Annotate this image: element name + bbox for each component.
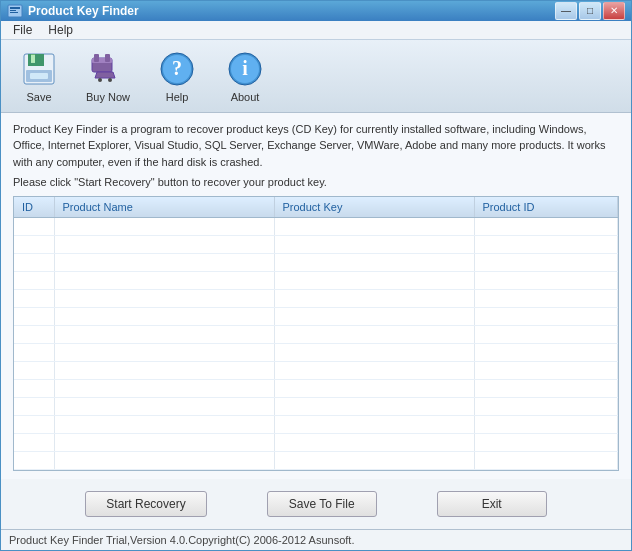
svg-rect-1: [10, 7, 20, 9]
minimize-button[interactable]: —: [555, 2, 577, 20]
svg-rect-15: [94, 54, 99, 62]
menu-bar: File Help: [1, 21, 631, 40]
table-row: [14, 452, 618, 470]
table-row: [14, 380, 618, 398]
col-header-id: ID: [14, 197, 54, 218]
results-table: ID Product Name Product Key Product ID: [14, 197, 618, 470]
svg-rect-9: [28, 54, 44, 66]
table-row: [14, 434, 618, 452]
table-row: [14, 362, 618, 380]
svg-text:i: i: [242, 57, 248, 79]
main-window: Product Key Finder — □ ✕ File Help: [0, 0, 632, 551]
help-icon: ?: [157, 49, 197, 89]
svg-rect-10: [31, 55, 35, 63]
buynow-label: Buy Now: [86, 91, 130, 103]
table-row: [14, 254, 618, 272]
svg-rect-3: [10, 12, 18, 13]
window-controls: — □ ✕: [555, 2, 625, 20]
table-row: [14, 290, 618, 308]
status-text: Product Key Finder Trial,Version 4.0.Cop…: [9, 534, 354, 546]
help-label: Help: [166, 91, 189, 103]
about-label: About: [231, 91, 260, 103]
exit-button[interactable]: Exit: [437, 491, 547, 517]
toolbar-buynow-button[interactable]: Buy Now: [77, 44, 139, 108]
instruction-text: Please click "Start Recovery" button to …: [13, 176, 619, 188]
svg-point-14: [108, 78, 112, 82]
toolbar-save-button[interactable]: Save: [9, 44, 69, 108]
toolbar-help-button[interactable]: ? Help: [147, 44, 207, 108]
save-label: Save: [26, 91, 51, 103]
col-header-pid: Product ID: [474, 197, 618, 218]
table-row: [14, 218, 618, 236]
description-text: Product Key Finder is a program to recov…: [13, 121, 619, 171]
footer: Start Recovery Save To File Exit: [1, 479, 631, 529]
toolbar-about-button[interactable]: i About: [215, 44, 275, 108]
title-bar: Product Key Finder — □ ✕: [1, 1, 631, 21]
title-icon: [7, 3, 23, 19]
col-header-name: Product Name: [54, 197, 274, 218]
table-row: [14, 308, 618, 326]
close-button[interactable]: ✕: [603, 2, 625, 20]
save-to-file-button[interactable]: Save To File: [267, 491, 377, 517]
svg-rect-8: [30, 73, 48, 79]
window-title: Product Key Finder: [28, 4, 555, 18]
table-row: [14, 326, 618, 344]
results-table-container: ID Product Name Product Key Product ID: [13, 196, 619, 471]
status-bar: Product Key Finder Trial,Version 4.0.Cop…: [1, 529, 631, 550]
svg-rect-2: [10, 10, 16, 11]
table-row: [14, 344, 618, 362]
content-area: Product Key Finder is a program to recov…: [1, 113, 631, 480]
svg-text:?: ?: [172, 57, 182, 79]
table-row: [14, 272, 618, 290]
table-row: [14, 416, 618, 434]
save-icon: [19, 49, 59, 89]
menu-file[interactable]: File: [5, 21, 40, 39]
buynow-icon: [88, 49, 128, 89]
table-row: [14, 236, 618, 254]
start-recovery-button[interactable]: Start Recovery: [85, 491, 206, 517]
col-header-key: Product Key: [274, 197, 474, 218]
maximize-button[interactable]: □: [579, 2, 601, 20]
svg-point-13: [98, 78, 102, 82]
table-row: [14, 398, 618, 416]
menu-help[interactable]: Help: [40, 21, 81, 39]
svg-rect-16: [105, 54, 110, 62]
toolbar: Save Buy Now: [1, 40, 631, 113]
about-icon: i: [225, 49, 265, 89]
